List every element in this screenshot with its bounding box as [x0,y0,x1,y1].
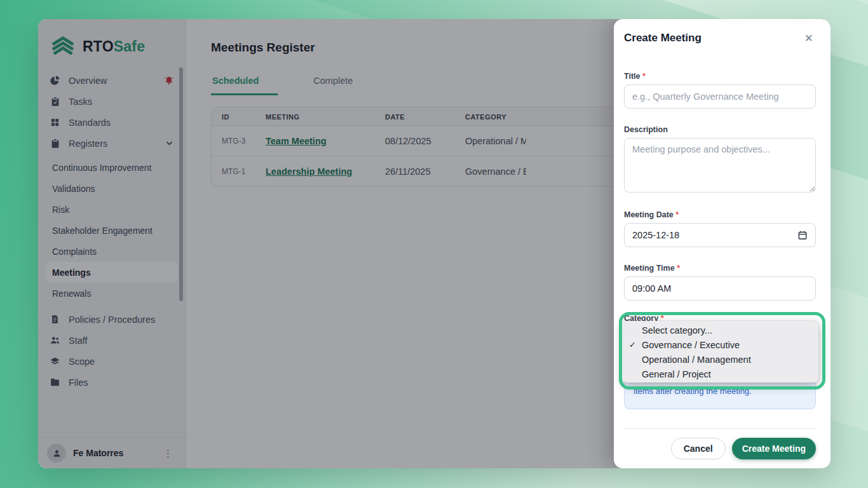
check-icon: ✓ [629,340,636,349]
title-label: Title * [624,72,816,81]
meeting-date-label: Meeting Date * [624,210,816,219]
close-icon[interactable]: ✕ [802,32,816,45]
modal-title: Create Meeting [624,32,702,44]
modal-footer: Cancel Create Meeting [624,428,816,459]
create-meeting-modal: Create Meeting ✕ Title * Description Mee… [614,19,831,468]
category-option[interactable]: General / Project [622,367,818,381]
calendar-icon[interactable] [797,230,808,240]
title-input[interactable] [624,85,816,109]
category-dropdown-popup: Select category... ✓Governance / Executi… [622,321,818,383]
category-option[interactable]: Operational / Management [622,352,818,367]
meeting-date-input[interactable]: 2025-12-18 [624,223,816,247]
category-option[interactable]: Select category... [622,323,818,337]
app-window: RTOSafe Overview [38,19,831,468]
meeting-time-label: Meeting Time * [624,264,816,273]
create-meeting-button[interactable]: Create Meeting [732,438,816,459]
category-option-selected[interactable]: ✓Governance / Executive [622,337,818,352]
meeting-time-input[interactable]: 09:00 AM [624,276,816,301]
cancel-button[interactable]: Cancel [671,438,726,459]
description-label: Description [624,125,816,134]
description-textarea[interactable] [624,138,816,193]
